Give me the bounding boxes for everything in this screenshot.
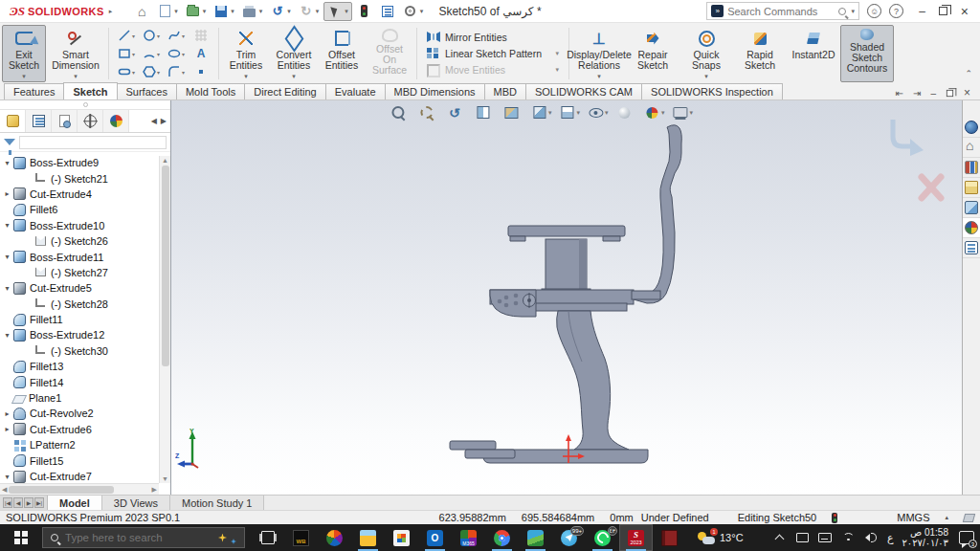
open-icon[interactable]: ▾ bbox=[183, 2, 210, 21]
tab-scroll-buttons[interactable]: |◀◀▶▶| bbox=[0, 496, 48, 510]
ribbon-button[interactable]: Convert Entities ▾ bbox=[270, 25, 318, 82]
feature-tree-item[interactable]: Fillet13 bbox=[2, 359, 170, 374]
red-book-app-icon[interactable] bbox=[653, 524, 686, 551]
tree-horizontal-scrollbar[interactable]: ◀▶ bbox=[0, 483, 159, 495]
close-button[interactable]: × bbox=[961, 4, 969, 19]
command-tab[interactable]: Evaluate bbox=[325, 83, 386, 99]
document-tab[interactable]: Model bbox=[48, 496, 102, 510]
tree-vertical-scrollbar[interactable]: ▲▼ bbox=[159, 156, 170, 483]
graphics-area[interactable]: ▾▾▾▾▾▾▾▾▾▾▾ bbox=[171, 100, 962, 495]
telegram-app-icon[interactable]: 99+ bbox=[552, 524, 586, 551]
feature-tree-item[interactable]: Fillet14 bbox=[2, 374, 170, 389]
expander-icon[interactable] bbox=[2, 253, 12, 261]
text-icon[interactable]: A bbox=[189, 45, 213, 63]
ribbon-button[interactable]: Instant2D ▾ bbox=[787, 25, 840, 82]
command-tab[interactable]: MBD bbox=[484, 83, 526, 99]
feature-tree-item[interactable]: (-) Sketch26 bbox=[2, 233, 170, 249]
file-explorer-app-icon[interactable] bbox=[351, 524, 385, 551]
taskbar-weather[interactable]: 1 13°C bbox=[690, 531, 751, 544]
displaymanager-tab-icon[interactable] bbox=[103, 110, 129, 132]
wb-app-icon[interactable]: WB bbox=[284, 524, 318, 551]
ribbon-button[interactable]: Shaded Sketch Contours ▾ bbox=[840, 25, 894, 82]
properties-icon[interactable] bbox=[377, 2, 398, 21]
feature-tree-item[interactable]: Boss-Extrude9 bbox=[2, 155, 170, 170]
minimize-button[interactable]: – bbox=[919, 5, 925, 18]
ribbon-collapse-arrow[interactable]: ⌃ bbox=[965, 69, 972, 78]
search-input[interactable] bbox=[727, 6, 834, 17]
ribbon-button[interactable]: Offset On Surface ▾ bbox=[366, 25, 413, 82]
chrome-app-icon[interactable] bbox=[485, 524, 519, 551]
feature-tree-item[interactable]: Plane1 bbox=[2, 390, 170, 406]
unit-system-caret[interactable]: ▴ bbox=[945, 514, 948, 521]
expander-icon[interactable] bbox=[2, 221, 12, 230]
keyboard-icon[interactable] bbox=[818, 531, 833, 545]
doc-minimize-icon[interactable]: – bbox=[930, 88, 936, 99]
featuremanager-tab-icon[interactable] bbox=[0, 110, 26, 132]
cast-icon[interactable] bbox=[795, 531, 810, 545]
polygon-icon[interactable]: ▾ bbox=[139, 63, 164, 81]
search-icon[interactable] bbox=[838, 8, 846, 15]
outlook-app-icon[interactable] bbox=[418, 524, 452, 551]
expander-icon[interactable] bbox=[2, 331, 12, 340]
spline-icon[interactable]: ▾ bbox=[164, 27, 189, 45]
search-scope-icon[interactable]: » bbox=[711, 5, 724, 17]
office-app-icon[interactable] bbox=[318, 524, 351, 551]
view-palette-icon[interactable] bbox=[963, 198, 980, 218]
feature-tree-item[interactable]: Fillet15 bbox=[2, 452, 170, 468]
command-tab[interactable]: Sketch bbox=[63, 82, 117, 99]
feature-tree-item[interactable]: Cut-Revolve2 bbox=[2, 406, 170, 421]
task-view-icon[interactable] bbox=[251, 524, 284, 551]
expander-icon[interactable] bbox=[2, 425, 12, 433]
language-indicator[interactable]: ع bbox=[887, 532, 894, 544]
start-button[interactable] bbox=[0, 524, 42, 551]
ribbon-button[interactable]: Rapid Sketch ▾ bbox=[733, 25, 787, 82]
command-tab[interactable]: Features bbox=[4, 83, 64, 99]
ribbon-row-button[interactable]: Mirror Entities ▾ bbox=[424, 30, 562, 45]
point-icon[interactable] bbox=[189, 63, 213, 81]
command-tab[interactable]: Surfaces bbox=[117, 83, 177, 99]
ribbon-button[interactable]: Offset Entities ▾ bbox=[318, 25, 366, 82]
expander-icon[interactable] bbox=[2, 189, 12, 198]
home-icon[interactable] bbox=[131, 2, 152, 21]
volume-icon[interactable] bbox=[864, 531, 879, 545]
feature-tree-item[interactable]: Boss-Extrude12 bbox=[2, 327, 170, 342]
ribbon-button[interactable]: Quick Snaps ▾ bbox=[679, 25, 733, 82]
options-gear-icon[interactable]: ▾ bbox=[400, 2, 427, 21]
panel-tab-prev-arrow[interactable]: ◀ bbox=[151, 117, 157, 125]
feature-tree-item[interactable]: Boss-Extrude10 bbox=[2, 218, 170, 233]
m365-app-icon[interactable]: M365 bbox=[452, 524, 485, 551]
command-search[interactable]: » ▾ bbox=[706, 2, 859, 20]
photos-app-icon[interactable] bbox=[519, 524, 552, 551]
doc-close-icon[interactable]: × bbox=[964, 86, 970, 99]
feature-tree-item[interactable]: Fillet6 bbox=[2, 202, 170, 217]
feature-tree-item[interactable]: (-) Sketch28 bbox=[2, 297, 170, 312]
redo-icon[interactable]: ▾ bbox=[296, 2, 323, 21]
feature-tree-item[interactable]: Cut-Extrude4 bbox=[2, 187, 170, 202]
file-explorer-icon[interactable] bbox=[963, 178, 980, 198]
solidworks-resources-icon[interactable] bbox=[963, 118, 980, 138]
undo-icon[interactable]: ▾ bbox=[267, 2, 294, 21]
command-tab[interactable]: Mold Tools bbox=[176, 83, 245, 99]
taskbar-search-input[interactable] bbox=[65, 532, 212, 543]
configurationmanager-tab-icon[interactable] bbox=[52, 110, 78, 132]
performance-stoplight-icon[interactable] bbox=[832, 513, 837, 523]
propertymanager-tab-icon[interactable] bbox=[26, 110, 52, 132]
command-tab[interactable]: SOLIDWORKS CAM bbox=[525, 83, 642, 99]
feature-tree-item[interactable]: Boss-Extrude11 bbox=[2, 249, 170, 264]
feature-tree-item[interactable]: Cut-Extrude6 bbox=[2, 422, 170, 437]
help-icon[interactable]: ? bbox=[889, 4, 903, 18]
design-library-icon[interactable] bbox=[963, 158, 980, 178]
wifi-icon[interactable] bbox=[841, 531, 856, 545]
exit-sketch-button[interactable]: Exit Sketch ▾ bbox=[2, 25, 46, 82]
whatsapp-app-icon[interactable]: ٤٣ bbox=[586, 524, 619, 551]
document-tab[interactable]: 3D Views bbox=[102, 496, 170, 510]
feature-tree-item[interactable]: (-) Sketch21 bbox=[2, 170, 170, 186]
dock-left-icon[interactable]: ⇤ bbox=[896, 88, 903, 99]
circle-icon[interactable]: ▾ bbox=[139, 27, 164, 45]
tag-icon[interactable] bbox=[963, 514, 975, 522]
confirmation-corner[interactable] bbox=[887, 118, 948, 213]
rectangle-icon[interactable]: ▾ bbox=[114, 45, 139, 63]
feature-tree-item[interactable]: (-) Sketch27 bbox=[2, 265, 170, 280]
search-dropdown-arrow[interactable]: ▾ bbox=[852, 8, 856, 15]
stoplight-icon[interactable] bbox=[354, 2, 375, 21]
